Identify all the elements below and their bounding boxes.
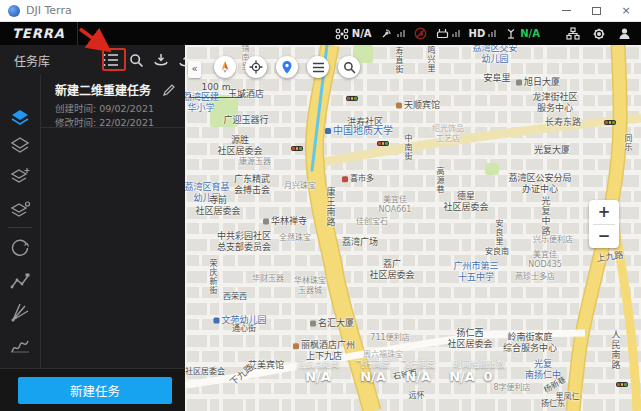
layers-list-button[interactable]	[307, 56, 329, 78]
poi-pin-button[interactable]	[276, 56, 298, 78]
rc-signal-status	[381, 28, 405, 39]
park-area	[485, 163, 499, 175]
task-library-title: 任务库	[14, 52, 50, 69]
sidebar-bottom-bar: 新建任务	[0, 368, 185, 411]
mission-waypoint-icon[interactable]	[8, 269, 32, 293]
dji-terra-window: DJI Terra × TERRA N/A	[0, 0, 641, 411]
drone-icon	[335, 28, 349, 40]
task-created-date: 创建时间: 09/02/2021	[55, 101, 154, 115]
new-task-button[interactable]: 新建任务	[18, 377, 172, 404]
no-fly-icon	[414, 27, 427, 40]
flight-restriction-status	[414, 27, 427, 40]
transmission-device-icon	[436, 28, 449, 39]
search-icon	[129, 53, 144, 68]
titlebar: DJI Terra ×	[0, 0, 641, 22]
task-list-view-button[interactable]	[101, 50, 121, 70]
settings-gear-icon[interactable]	[592, 27, 606, 41]
maximize-icon	[592, 7, 601, 15]
top-toolbar: TERRA N/A HD N/A	[0, 22, 641, 45]
app-icon	[8, 5, 20, 17]
mission-orbit-icon[interactable]	[8, 236, 32, 260]
sidebar-collapse-button[interactable]: «	[188, 61, 201, 78]
rtk-status: N/A	[505, 28, 540, 40]
map-search-button[interactable]	[338, 56, 360, 78]
mission-type-column	[0, 75, 40, 368]
task-list-item[interactable]: 新建二维重建任务 创建时间: 09/02/2021 修改时间: 22/02/20…	[41, 75, 185, 127]
locate-button[interactable]	[245, 56, 267, 78]
transmission-status	[436, 28, 460, 39]
minimize-button[interactable]	[551, 0, 581, 21]
menu-lines-icon	[312, 62, 325, 73]
maximize-button[interactable]	[581, 0, 611, 21]
scale-label: 100 m	[190, 82, 242, 92]
task-title: 新建二维重建任务	[55, 81, 151, 98]
import-task-button[interactable]	[151, 50, 171, 70]
zoom-control: + −	[589, 200, 619, 248]
mission-lidar-icon[interactable]	[8, 198, 32, 222]
rc-signal-bars	[397, 30, 405, 37]
window-title: DJI Terra	[26, 4, 72, 17]
search-task-button[interactable]	[126, 50, 146, 70]
close-icon: ×	[621, 4, 630, 17]
close-button[interactable]: ×	[611, 0, 641, 21]
mission-3d-model-icon[interactable]	[8, 164, 32, 188]
mission-2d-map-icon-active[interactable]	[8, 106, 32, 130]
toolbar-right-icons	[566, 27, 631, 41]
toolbar-divider	[77, 22, 78, 45]
edit-task-button[interactable]	[163, 81, 175, 100]
locate-crosshair-icon	[249, 60, 263, 74]
mission-corridor-icon[interactable]	[8, 333, 32, 357]
user-profile-icon[interactable]	[618, 27, 631, 40]
mission-oblique-icon[interactable]	[8, 301, 32, 325]
pencil-icon	[163, 84, 175, 96]
cluster-network-icon[interactable]	[566, 27, 580, 40]
traffic-light-icon	[291, 146, 303, 151]
traffic-light-icon	[604, 120, 616, 125]
mission-divider	[8, 227, 32, 228]
terra-logo: TERRA	[0, 26, 77, 41]
map-base	[185, 45, 641, 411]
remote-controller-icon	[381, 28, 394, 39]
compass-icon	[218, 60, 232, 74]
list-view-icon	[103, 53, 119, 67]
scale-bar	[190, 94, 242, 98]
task-library-sidebar: 任务库	[0, 45, 185, 411]
traffic-light-icon	[346, 96, 358, 101]
mission-2d-farm-icon[interactable]	[8, 134, 32, 158]
map-view[interactable]: 铺南里荔湾区建 华小学玉城酒店广迎玉器行洪寿社区寿直街鸣兴里天顺宾馆中国地质大学…	[185, 45, 641, 411]
hd-status: HD	[469, 28, 497, 39]
traffic-light-icon	[616, 382, 628, 387]
hd-signal-bars	[488, 30, 496, 37]
compass-button[interactable]	[214, 56, 236, 78]
map-scale: 100 m	[190, 82, 242, 98]
minimize-icon	[562, 10, 571, 11]
map-pin-icon	[281, 60, 293, 74]
zoom-in-button[interactable]: +	[589, 200, 619, 224]
transmission-signal-bars	[452, 30, 460, 37]
park-area	[210, 95, 238, 127]
task-separator	[41, 127, 185, 128]
traffic-light-icon	[377, 141, 389, 146]
import-icon	[153, 53, 169, 68]
zoom-out-button[interactable]: −	[589, 225, 619, 249]
aircraft-status: N/A	[335, 28, 372, 40]
rtk-antenna-icon	[505, 28, 517, 40]
status-cluster: N/A HD N/A	[335, 27, 540, 40]
map-search-icon	[343, 61, 356, 74]
